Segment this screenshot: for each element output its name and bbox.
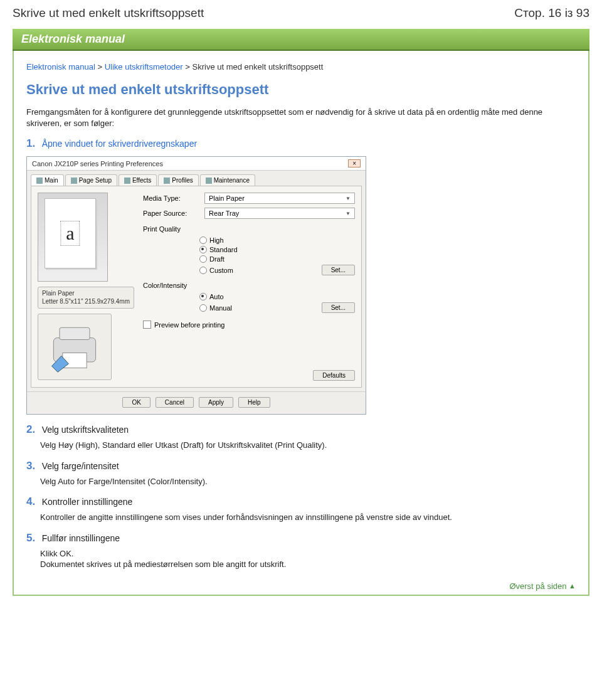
tab-icon xyxy=(71,178,77,184)
tab-icon xyxy=(36,178,43,184)
tab-label: Effects xyxy=(132,177,151,184)
print-prefs-dialog: Canon JX210P series Printing Preferences… xyxy=(26,156,366,415)
step-title: Kontroller innstillingene xyxy=(42,497,133,507)
step-body: Velg Auto for Farge/Intensitet (Color/In… xyxy=(40,476,576,487)
breadcrumb-item[interactable]: Ulike utskriftsmetoder xyxy=(105,62,183,72)
content-frame: Elektronisk manual > Ulike utskriftsmeto… xyxy=(13,51,589,596)
media-type-value: Plain Paper xyxy=(209,194,245,202)
radio-label: High xyxy=(209,236,224,244)
tabs: Main Page Setup Effects Profiles Mainten… xyxy=(27,171,366,186)
tab-effects[interactable]: Effects xyxy=(119,174,157,186)
tab-page-setup[interactable]: Page Setup xyxy=(65,174,117,186)
step-body: Klikk OK. Dokumentet skrives ut på medie… xyxy=(40,548,576,570)
print-quality-label: Print Quality xyxy=(143,225,355,233)
color-intensity-label: Color/Intensity xyxy=(143,282,355,289)
printer-icon xyxy=(41,317,108,377)
preview-checkbox-row[interactable]: Preview before printing xyxy=(143,321,355,329)
top-of-page-link[interactable]: Øverst på siden ▲ xyxy=(26,581,576,591)
settings-column: Media Type: Plain Paper ▼ Paper Source: … xyxy=(143,193,355,381)
paper-source-label: Paper Source: xyxy=(143,209,199,217)
preview-column: Plain Paper Letter 8.5"x11" 215.9x279.4m… xyxy=(38,193,134,381)
step-title: Velg farge/intensitet xyxy=(42,461,119,471)
set-quality-button[interactable]: Set... xyxy=(322,265,355,275)
defaults-button[interactable]: Defaults xyxy=(313,370,355,381)
step-3: 3. Velg farge/intensitet Velg Auto for F… xyxy=(26,460,576,487)
checkbox-icon xyxy=(143,321,151,329)
tab-body: Plain Paper Letter 8.5"x11" 215.9x279.4m… xyxy=(31,186,362,388)
step-num: 4. xyxy=(26,496,35,508)
preview-info: Plain Paper Letter 8.5"x11" 215.9x279.4m… xyxy=(38,287,134,309)
step-body: Velg Høy (High), Standard eller Utkast (… xyxy=(40,440,576,451)
step-num: 2. xyxy=(26,423,35,436)
page-header: Skrive ut med enkelt utskriftsoppsett Ст… xyxy=(13,6,589,20)
tab-label: Maintenance xyxy=(214,177,250,184)
color-intensity-group: Auto Manual Set... xyxy=(199,293,355,313)
section-title: Skrive ut med enkelt utskriftsoppsett xyxy=(26,82,576,98)
radio-icon xyxy=(199,246,207,253)
radio-custom[interactable]: Custom xyxy=(199,267,233,274)
cancel-button[interactable]: Cancel xyxy=(156,397,194,408)
manual-bar: Elektronisk manual xyxy=(13,29,589,51)
breadcrumb: Elektronisk manual > Ulike utskriftsmeto… xyxy=(26,62,576,72)
radio-standard[interactable]: Standard xyxy=(199,246,355,253)
page-preview xyxy=(38,193,108,282)
breadcrumb-sep: > xyxy=(97,62,104,72)
media-type-row: Media Type: Plain Paper ▼ xyxy=(143,193,355,204)
step-title: Velg utskriftskvaliteten xyxy=(42,425,129,435)
tab-main[interactable]: Main xyxy=(31,174,64,186)
dialog-title: Canon JX210P series Printing Preferences xyxy=(32,160,163,167)
preview-size: Letter 8.5"x11" 215.9x279.4mm xyxy=(42,298,130,306)
set-color-button[interactable]: Set... xyxy=(322,302,355,313)
svg-rect-1 xyxy=(60,327,90,339)
radio-label: Custom xyxy=(209,267,233,274)
step-num: 5. xyxy=(26,532,35,544)
breadcrumb-item[interactable]: Elektronisk manual xyxy=(26,62,95,72)
tab-label: Profiles xyxy=(172,177,193,184)
step-1: 1. Åpne vinduet for skriverdriveregnskap… xyxy=(26,137,576,150)
preview-media: Plain Paper xyxy=(42,290,130,298)
intro-text: Fremgangsmåten for å konfigurere det gru… xyxy=(26,107,576,129)
radio-label: Draft xyxy=(209,255,224,263)
step-2: 2. Velg utskriftskvaliteten Velg Høy (Hi… xyxy=(26,423,576,451)
close-icon[interactable]: × xyxy=(348,159,361,167)
radio-high[interactable]: High xyxy=(199,236,355,244)
tab-maintenance[interactable]: Maintenance xyxy=(200,174,255,186)
dialog-titlebar: Canon JX210P series Printing Preferences… xyxy=(27,157,366,171)
tab-icon xyxy=(124,178,130,184)
radio-draft[interactable]: Draft xyxy=(199,255,355,263)
tab-profiles[interactable]: Profiles xyxy=(158,174,198,186)
step-num: 3. xyxy=(26,460,35,472)
paper-source-row: Paper Source: Rear Tray ▼ xyxy=(143,208,355,219)
step-5: 5. Fullfør innstillingene Klikk OK. Doku… xyxy=(26,532,576,570)
radio-label: Manual xyxy=(209,304,232,312)
radio-label: Auto xyxy=(209,293,224,300)
caret-up-icon: ▲ xyxy=(569,582,576,590)
step-title: Fullfør innstillingene xyxy=(42,533,120,543)
breadcrumb-sep: > xyxy=(185,62,192,72)
paper-source-select[interactable]: Rear Tray ▼ xyxy=(204,208,355,219)
tab-label: Main xyxy=(45,177,58,184)
ok-button[interactable]: OK xyxy=(122,397,150,408)
chevron-down-icon: ▼ xyxy=(346,211,351,216)
header-page-indicator: Стор. 16 із 93 xyxy=(514,6,589,20)
print-quality-group: High Standard Draft Custom Set... xyxy=(199,236,355,275)
tab-icon xyxy=(206,178,212,184)
tab-icon xyxy=(164,178,170,184)
page-sheet-icon xyxy=(45,198,96,268)
media-type-select[interactable]: Plain Paper ▼ xyxy=(204,193,355,204)
radio-manual[interactable]: Manual xyxy=(199,304,232,312)
radio-icon xyxy=(199,293,207,300)
step-title[interactable]: Åpne vinduet for skriverdriveregnskaper xyxy=(42,139,197,149)
preview-checkbox-label: Preview before printing xyxy=(154,321,225,329)
apply-button[interactable]: Apply xyxy=(199,397,233,408)
step-num: 1. xyxy=(26,137,35,150)
media-type-label: Media Type: xyxy=(143,194,199,202)
paper-source-value: Rear Tray xyxy=(209,209,239,217)
radio-icon xyxy=(199,255,207,263)
breadcrumb-item: Skrive ut med enkelt utskriftsoppsett xyxy=(193,62,324,72)
printer-thumb xyxy=(38,314,112,380)
top-of-page-label: Øverst på siden xyxy=(509,581,566,591)
radio-icon xyxy=(199,304,207,312)
help-button[interactable]: Help xyxy=(238,397,270,408)
radio-auto[interactable]: Auto xyxy=(199,293,355,300)
